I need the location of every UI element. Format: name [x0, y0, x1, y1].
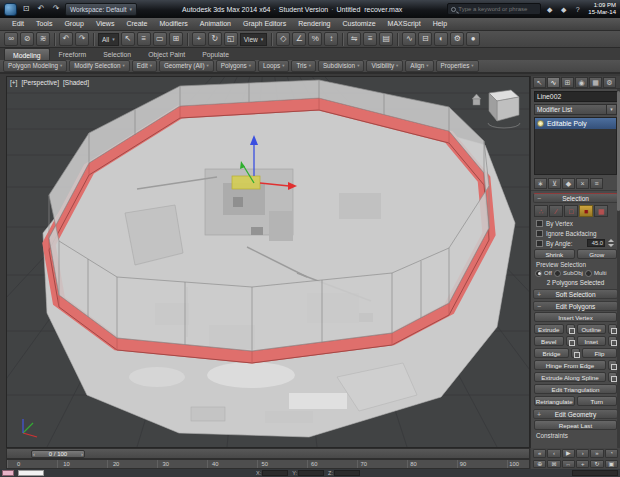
menu-modifiers[interactable]: Modifiers: [153, 18, 193, 30]
tab-modify-icon[interactable]: ∿: [547, 77, 560, 88]
select-by-name-icon[interactable]: ≡: [137, 32, 151, 46]
menu-customize[interactable]: Customize: [336, 18, 381, 30]
menu-animation[interactable]: Animation: [194, 18, 237, 30]
hinge-settings-button[interactable]: [608, 360, 617, 370]
preview-off-radio[interactable]: [535, 270, 542, 277]
tab-display-icon[interactable]: ▦: [589, 77, 602, 88]
menu-rendering[interactable]: Rendering: [292, 18, 336, 30]
pin-stack-icon[interactable]: ∗: [534, 178, 547, 189]
shrink-button[interactable]: Shrink: [534, 249, 575, 259]
panel-edit[interactable]: Edit: [132, 60, 157, 72]
schematic-view-icon[interactable]: ⊟: [418, 32, 432, 46]
show-end-result-icon[interactable]: ⊻: [548, 178, 561, 189]
z-coordinate-field[interactable]: [334, 470, 360, 476]
panel-polygon-modeling[interactable]: Polygon Modeling: [3, 60, 67, 72]
x-coordinate-field[interactable]: [262, 470, 288, 476]
rollout-edit-geometry[interactable]: Edit Geometry: [533, 409, 618, 419]
maxscript-mini-listener-pink[interactable]: [2, 470, 14, 476]
select-and-move-icon[interactable]: +: [192, 32, 206, 46]
redo-icon[interactable]: ↷: [50, 3, 62, 15]
panel-visibility[interactable]: Visibility: [366, 60, 403, 72]
menu-views[interactable]: Views: [90, 18, 121, 30]
panel-modify-selection[interactable]: Modify Selection: [69, 60, 129, 72]
sign-in-icon[interactable]: ◆: [544, 4, 555, 15]
inset-button[interactable]: Inset: [577, 336, 607, 346]
menu-maxscript[interactable]: MAXScript: [382, 18, 427, 30]
extrude-spline-settings-button[interactable]: [608, 372, 617, 382]
bevel-settings-button[interactable]: [566, 336, 575, 346]
viewport-menu-pov[interactable]: [Perspective]: [21, 79, 59, 86]
render-setup-icon[interactable]: ⚙: [450, 32, 464, 46]
select-and-rotate-icon[interactable]: ↻: [208, 32, 222, 46]
render-icon[interactable]: ●: [466, 32, 480, 46]
bridge-button[interactable]: Bridge: [534, 348, 569, 358]
reference-coordinate-dropdown[interactable]: View: [240, 33, 268, 46]
menu-edit[interactable]: Edit: [6, 18, 30, 30]
extrude-settings-button[interactable]: [566, 324, 575, 334]
mirror-icon[interactable]: ⇋: [347, 32, 361, 46]
undo-icon[interactable]: ↶: [59, 32, 73, 46]
pan-icon[interactable]: +: [576, 460, 589, 468]
extrude-button[interactable]: Extrude: [534, 324, 564, 334]
panel-loops[interactable]: Loops: [258, 60, 289, 72]
window-crossing-icon[interactable]: ⊞: [169, 32, 183, 46]
play-button[interactable]: ▶: [562, 449, 575, 458]
menu-help[interactable]: Help: [427, 18, 453, 30]
selection-filter-dropdown[interactable]: All: [98, 33, 119, 46]
y-coordinate-field[interactable]: [298, 470, 324, 476]
percent-snap-icon[interactable]: %: [308, 32, 322, 46]
vertex-mode-icon[interactable]: ∴: [534, 205, 548, 217]
object-name-field[interactable]: [534, 91, 620, 102]
menu-tools[interactable]: Tools: [30, 18, 58, 30]
panel-align[interactable]: Align: [405, 60, 433, 72]
hinge-from-edge-button[interactable]: Hinge From Edge: [534, 360, 606, 370]
save-icon[interactable]: ⊡: [20, 3, 32, 15]
viewport-menu-shading[interactable]: [Shaded]: [63, 79, 89, 86]
ribbon-tab-freeform[interactable]: Freeform: [51, 48, 95, 60]
element-mode-icon[interactable]: ▦: [594, 205, 608, 217]
repeat-last-button[interactable]: Repeat Last: [534, 420, 617, 430]
ignore-backfacing-checkbox[interactable]: [536, 230, 543, 237]
panel-geometry-all[interactable]: Geometry (All): [159, 60, 214, 72]
turn-button[interactable]: Turn: [577, 396, 618, 406]
bevel-button[interactable]: Bevel: [534, 336, 564, 346]
bridge-settings-button[interactable]: [571, 348, 580, 358]
edge-mode-icon[interactable]: ∕: [549, 205, 563, 217]
make-unique-icon[interactable]: ◆: [562, 178, 575, 189]
select-and-scale-icon[interactable]: ◱: [224, 32, 238, 46]
select-object-icon[interactable]: ↖: [121, 32, 135, 46]
redo-icon[interactable]: ↷: [75, 32, 89, 46]
preview-subobj-radio[interactable]: [554, 270, 561, 277]
align-icon[interactable]: ≡: [363, 32, 377, 46]
time-slider-handle[interactable]: 0 / 100: [31, 450, 85, 458]
visibility-bulb-icon[interactable]: [537, 120, 544, 127]
retriangulate-button[interactable]: Retriangulate: [534, 396, 575, 406]
angle-snap-icon[interactable]: ∠: [292, 32, 306, 46]
rollout-edit-polygons[interactable]: Edit Polygons: [533, 301, 618, 311]
rollout-soft-selection[interactable]: Soft Selection: [533, 289, 618, 299]
rollout-selection[interactable]: Selection: [533, 193, 618, 203]
by-angle-value-field[interactable]: 45.0: [587, 239, 605, 247]
ribbon-tab-object-paint[interactable]: Object Paint: [140, 48, 193, 60]
flip-button[interactable]: Flip: [582, 348, 617, 358]
time-slider-track[interactable]: 0 / 100: [6, 448, 530, 459]
border-mode-icon[interactable]: □: [564, 205, 578, 217]
insert-vertex-button[interactable]: Insert Vertex: [534, 312, 617, 322]
viewport-canvas[interactable]: [7, 77, 529, 447]
menu-group[interactable]: Group: [58, 18, 89, 30]
panel-tris[interactable]: Tris: [291, 60, 316, 72]
inset-settings-button[interactable]: [608, 336, 617, 346]
next-frame-button[interactable]: ›: [576, 449, 589, 458]
ribbon-tab-populate[interactable]: Populate: [194, 48, 237, 60]
snaps-toggle-icon[interactable]: ◇: [276, 32, 290, 46]
track-bar[interactable]: 0 10 20 30 40 50 60 70 80 90 100: [6, 459, 530, 469]
zoom-icon[interactable]: ⊕: [533, 460, 546, 468]
zoom-extents-icon[interactable]: ⊠: [547, 460, 560, 468]
search-input[interactable]: [458, 6, 537, 12]
field-of-view-icon[interactable]: ↔: [562, 460, 575, 468]
perspective-viewport[interactable]: [+] [Perspective] [Shaded]: [6, 76, 530, 448]
tab-hierarchy-icon[interactable]: ⊞: [561, 77, 574, 88]
outline-settings-button[interactable]: [608, 324, 617, 334]
undo-icon[interactable]: ↶: [35, 3, 47, 15]
help-icon[interactable]: ?: [572, 4, 583, 15]
